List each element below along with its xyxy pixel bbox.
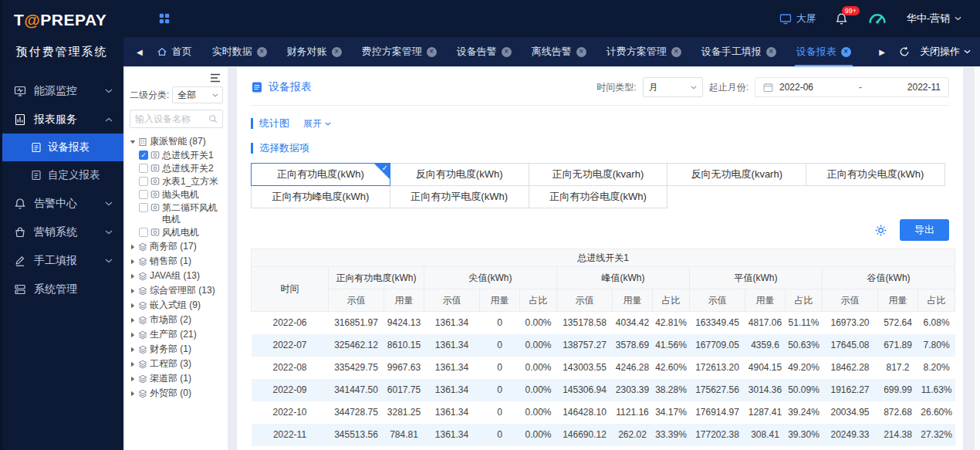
caret-icon[interactable] [130, 317, 136, 323]
time-type-select[interactable]: 月 [643, 77, 703, 97]
big-screen-button[interactable]: 大屏 [779, 12, 816, 25]
tab-5[interactable]: 离线告警× [522, 37, 596, 66]
checkbox[interactable] [139, 177, 148, 186]
caret-icon[interactable] [130, 259, 136, 265]
tree-node[interactable]: 商务部 (17) [130, 239, 223, 254]
tab-close-icon[interactable]: × [257, 47, 267, 57]
sidebar-item-marketing[interactable]: 营销系统 [0, 218, 123, 246]
sidebar-item-alarm[interactable]: 告警中心 [0, 189, 123, 218]
tree-device[interactable]: 水表1_立方米 [130, 175, 223, 188]
sidebar-item-report[interactable]: 报表服务 [0, 105, 123, 134]
data-item-1[interactable]: 反向有功电度(kWh) [390, 163, 529, 186]
table-cell: 1361.34 [424, 379, 480, 401]
tree-node[interactable]: 渠道部 (1) [130, 371, 223, 386]
tree-node[interactable]: 生产部 (21) [130, 327, 223, 342]
tree-device[interactable]: 抛头电机 [130, 188, 223, 201]
sidebar-item-manual[interactable]: 手工填报 [0, 246, 123, 275]
caret-icon[interactable] [130, 273, 136, 279]
tree-node[interactable]: 销售部 (1) [130, 254, 223, 269]
caret-icon[interactable] [130, 347, 136, 353]
chevron-down-icon [964, 49, 971, 54]
tab-6[interactable]: 计费方案管理× [596, 37, 691, 66]
table-cell: 2022-10 [252, 401, 329, 424]
caret-icon[interactable] [130, 139, 136, 145]
tabs-scroll-left-icon[interactable]: ◀ [133, 48, 147, 56]
scrollbar[interactable] [974, 66, 980, 450]
data-item-7[interactable]: 正向有功谷电度(kWh) [529, 185, 668, 208]
caret-icon[interactable] [130, 332, 136, 338]
sidebar-subitem-device-report[interactable]: 设备报表 [0, 134, 123, 161]
tab-8[interactable]: 设备报表× [786, 37, 861, 66]
sidebar-item-label: 能源监控 [34, 84, 77, 98]
tab-close-icon[interactable]: × [671, 47, 681, 57]
device-search-input[interactable] [135, 113, 208, 124]
tab-close-icon[interactable]: × [841, 47, 851, 57]
data-item-0[interactable]: 正向有功电度(kWh) [251, 163, 390, 186]
tree-node[interactable]: 综合管理部 (13) [130, 283, 223, 298]
user-menu[interactable]: 华中-营销 [907, 12, 961, 25]
tree-node[interactable]: 市场部 (2) [130, 313, 223, 327]
layers-icon [138, 301, 147, 310]
search-icon[interactable] [208, 114, 218, 123]
refresh-icon[interactable] [899, 46, 910, 57]
caret-icon[interactable] [130, 376, 136, 382]
data-item-5[interactable]: 正向有功峰电度(kWh) [251, 185, 390, 208]
close-operations-menu[interactable]: 关闭操作 [920, 45, 971, 59]
caret-icon[interactable] [130, 303, 136, 309]
tab-4[interactable]: 设备告警× [447, 37, 522, 66]
panel-menu-icon[interactable] [210, 73, 221, 83]
sidebar-item-energy[interactable]: 能源监控 [0, 76, 123, 105]
tabs-scroll-right-icon[interactable]: ▶ [875, 48, 889, 56]
category-select[interactable]: 全部 [172, 86, 223, 103]
sidebar-item-system[interactable]: 系统管理 [0, 275, 123, 303]
device-tree: 康派智能 (87)✓总进线开关1总进线开关2水表1_立方米抛头电机第二循环风机电… [130, 134, 223, 450]
checkbox[interactable] [139, 228, 148, 237]
tab-close-icon[interactable]: × [502, 47, 512, 57]
caret-icon[interactable] [130, 288, 136, 294]
tree-node[interactable]: JAVA组 (13) [130, 269, 223, 283]
table-cell: 3014.36 [745, 379, 786, 401]
tree-node[interactable]: 康派智能 (87) [130, 134, 223, 149]
card-header: 设备报表 时间类型: 月 起止月份: 2022-06 - 2022-11 [251, 76, 949, 99]
tab-2[interactable]: 财务对账× [277, 37, 352, 66]
checkbox[interactable] [139, 203, 148, 212]
data-item-6[interactable]: 正向有功平电度(kWh) [390, 185, 529, 208]
tab-7[interactable]: 设备手工填报× [691, 37, 786, 66]
table-cell: 4246.28 [613, 357, 653, 379]
tab-close-icon[interactable]: × [766, 47, 776, 57]
gauge-icon[interactable] [867, 8, 888, 29]
caret-icon[interactable] [130, 391, 136, 397]
sidebar-subitem-custom-report[interactable]: 自定义报表 [0, 161, 123, 189]
checkbox[interactable] [139, 190, 148, 199]
tree-device[interactable]: 风机电机 [130, 226, 223, 239]
caret-icon[interactable] [130, 244, 136, 250]
checkbox[interactable] [139, 164, 148, 173]
tree-node[interactable]: 工程部 (3) [130, 357, 223, 371]
data-item-3[interactable]: 反向无功电度(kvarh) [667, 163, 806, 186]
table-cell: 3578.69 [613, 334, 653, 357]
tab-3[interactable]: 费控方案管理× [352, 37, 447, 66]
tree-node[interactable]: 财务部 (1) [130, 342, 223, 357]
caret-icon[interactable] [130, 361, 136, 367]
checkbox[interactable]: ✓ [139, 151, 148, 160]
tab-close-icon[interactable]: × [576, 47, 586, 57]
tab-1[interactable]: 实时数据× [202, 37, 277, 66]
tree-device[interactable]: 第二循环风机电机 [130, 201, 223, 226]
settings-gear-icon[interactable] [874, 224, 887, 237]
data-item-4[interactable]: 正向有功尖电度(kWh) [806, 163, 945, 186]
expand-toggle[interactable]: 展开 [303, 117, 331, 130]
user-name: 华中-营销 [907, 12, 950, 25]
tab-0[interactable]: 首页 [147, 37, 202, 66]
table-cell: 145306.94 [557, 379, 613, 401]
data-item-2[interactable]: 正向无功电度(kvarh) [529, 163, 668, 186]
tree-node[interactable]: 外贸部 (0) [130, 386, 223, 401]
tree-node[interactable]: 嵌入式组 (9) [130, 298, 223, 313]
tab-close-icon[interactable]: × [332, 47, 342, 57]
tree-device[interactable]: ✓总进线开关1 [130, 149, 223, 162]
notifications-button[interactable]: 99+ [835, 12, 848, 25]
apps-grid-icon[interactable] [159, 13, 170, 24]
tree-device[interactable]: 总进线开关2 [130, 162, 223, 175]
month-range-picker[interactable]: 2022-06 - 2022-11 [755, 77, 949, 97]
tab-close-icon[interactable]: × [427, 47, 437, 57]
export-button[interactable]: 导出 [900, 219, 949, 241]
